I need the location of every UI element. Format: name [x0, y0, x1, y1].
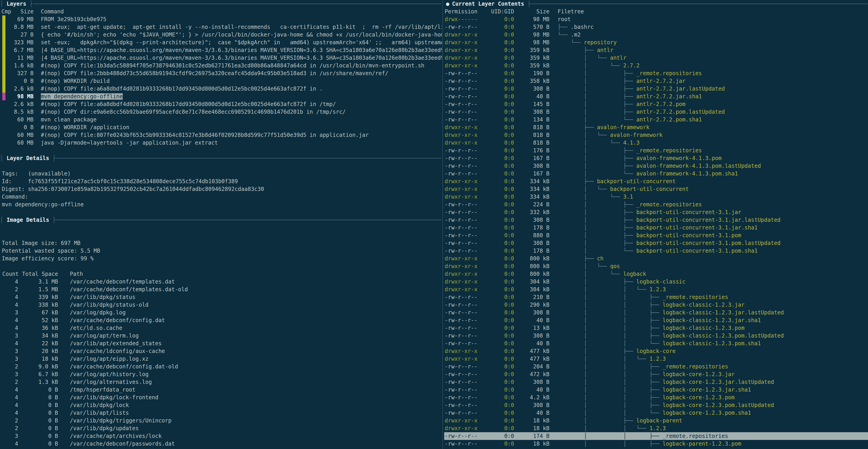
filetree-row[interactable]: drwxr-xr-x0:0359 kB │ └── antlr	[444, 54, 868, 62]
filetree-row[interactable]: drwx------0:098 MBroot	[444, 16, 868, 23]
file-size: 18 kB	[514, 440, 550, 448]
filetree-row[interactable]: -rw-r--r--0:0178 B │ └── backport-util-c…	[444, 247, 868, 255]
filetree-row[interactable]: drwxr-xr-x0:0818 B ├── avalon-framework	[444, 123, 868, 131]
filetree-row[interactable]: drwxr-xr-x0:0304 kB │ │ └── 1.2.3	[444, 286, 868, 293]
filetree-row[interactable]: -rw-r--r--0:0204 B │ │ ├── _remote.repos…	[444, 363, 868, 370]
wasted-path: /var/cache/debconf/passwords.dat	[58, 440, 442, 448]
layer-row[interactable]: 60 MB#(nop) COPY file:807fe0243bf653c5b9…	[0, 131, 442, 139]
filetree-row[interactable]: -rw-r--r--0:0308 B │ │ ├── logback-class…	[444, 332, 868, 339]
file-uid-gid: 0:0	[478, 116, 514, 123]
layer-row[interactable]: 1.6 kB#(nop) COPY file:1b3da5c58894f705e…	[0, 62, 442, 69]
file-permission: -rw-r--r--	[444, 116, 478, 123]
filetree-row[interactable]: -rw-r--r--0:0332 kB │ ├── backport-util-…	[444, 208, 868, 216]
tree-branch-glyphs: │ │ ├──	[558, 325, 662, 331]
filetree-row[interactable]: -rw-r--r--0:0570 B├── .bashrc	[444, 23, 868, 31]
filetree-row[interactable]: -rw-r--r--0:0308 B │ │ ├── logback-core-…	[444, 401, 868, 409]
filetree-row[interactable]: -rw-r--r--0:0167 B │ └── avalon-framewor…	[444, 170, 868, 178]
file-tree-cell: │ ├── _remote.repositories	[550, 69, 868, 77]
filetree-row[interactable]: drwxr-xr-x0:0359 kB │ └── 2.7.2	[444, 62, 868, 69]
file-name: antlr	[597, 47, 613, 53]
filetree-row[interactable]: -rw-r--r--0:0308 B │ │ ├── logback-class…	[444, 309, 868, 317]
layer-row[interactable]: 11 MB|4 BASE_URL=https://apache.osuosl.o…	[0, 54, 442, 62]
filetree-row[interactable]: -rw-r--r--0:040 B │ │ └── logback-core-1…	[444, 409, 868, 417]
border-tick: │	[0, 154, 7, 162]
filetree-row[interactable]: -rw-r--r--0:040 B │ ├── antlr-2.7.2.jar.…	[444, 93, 868, 100]
file-name: antlr-2.7.2.jar.sha1	[637, 93, 702, 100]
border-tick: ├	[26, 0, 33, 8]
layer-row[interactable]: 69 MBFROM 3e29b193cb0e975	[0, 16, 442, 23]
layer-row[interactable]: 0 B#(nop) WORKDIR /application	[0, 123, 442, 131]
filetree-row[interactable]: -rw-r--r--0:040 B │ │ ├── logback-core-1…	[444, 386, 868, 394]
wasted-path: /var/cache/debconf/templates.dat	[58, 278, 442, 286]
filetree-row[interactable]: -rw-r--r--0:0308 B │ ├── backport-util-c…	[444, 239, 868, 247]
filetree-row[interactable]: -rw-r--r--0:0308 B │ ├── antlr-2.7.2.pom…	[444, 108, 868, 116]
filetree-row[interactable]: drwxr-xr-x0:0800 kB ├── ch	[444, 255, 868, 262]
filetree-row[interactable]: -rw-r--r--0:04.2 kB │ │ ├── logback-core…	[444, 394, 868, 401]
filetree-row[interactable]: drwxr-xr-x0:0359 kB ├── antlr	[444, 46, 868, 54]
filetree-row[interactable]: drwxr-xr-x0:0477 kB │ │ └── 1.2.3	[444, 355, 868, 363]
file-uid-gid: 0:0	[478, 62, 514, 69]
filetree-row[interactable]: drwxr-xr-x0:0800 kB │ └── logback	[444, 270, 868, 278]
filetree-row[interactable]: -rw-r--r--0:0134 B │ └── antlr-2.7.2.pom…	[444, 116, 868, 123]
filetree-row[interactable]: drwxr-xr-x0:018 kB │ │ └── 1.2.3	[444, 424, 868, 432]
filetree-row[interactable]: -rw-r--r--0:0190 B │ ├── _remote.reposit…	[444, 69, 868, 77]
layer-row[interactable]: 327 B#(nop) COPY file:2bbb488dd73c55d658…	[0, 69, 442, 77]
filetree-row[interactable]: drwxr-xr-x0:0818 B │ └── avalon-framewor…	[444, 131, 868, 139]
layer-row[interactable]: 60 MBjava -Djarmode=layertools -jar appl…	[0, 139, 442, 147]
filetree-row[interactable]: drwxr-xr-x0:0800 kB │ └── qos	[444, 262, 868, 270]
layer-row[interactable]: 8.8 MBset -eux; apt-get update; apt-get …	[0, 23, 442, 31]
contents-panel-header: ●Current Layer Contents ├	[444, 0, 868, 8]
filetree-row[interactable]: -rw-r--r--0:0308 B │ ├── antlr-2.7.2.jar…	[444, 85, 868, 93]
filetree-row[interactable]: -rw-r--r--0:0290 kB │ │ ├── logback-clas…	[444, 301, 868, 309]
file-uid-gid: 0:0	[478, 278, 514, 286]
tree-branch-glyphs: │ └──	[558, 55, 610, 61]
layer-row[interactable]: 2.6 kB#(nop) COPY file:a6a8dbdf4d0281b93…	[0, 85, 442, 93]
filetree-row[interactable]: -rw-r--r--0:0472 kB │ │ ├── logback-core…	[444, 370, 868, 378]
filetree-row[interactable]: -rw-r--r--0:0224 B │ ├── _remote.reposit…	[444, 201, 868, 208]
layer-row[interactable]: 2.6 kB#(nop) COPY file:a6a8dbdf4d0281b93…	[0, 100, 442, 108]
filetree-row[interactable]: -rw-r--r--0:0358 kB │ ├── antlr-2.7.2.ja…	[444, 77, 868, 85]
wasted-total-space: 0 B	[18, 386, 58, 394]
layer-row[interactable]: 6.7 MB|4 BASE_URL=https://apache.osuosl.…	[0, 46, 442, 54]
filetree-row[interactable]: -rw-r--r--0:018 kB │ │ ├── logback-paren…	[444, 440, 868, 448]
filetree-row[interactable]: drwxr-xr-x0:0334 kB ├── backport-util-co…	[444, 178, 868, 185]
layer-row[interactable]: 0 B#(nop) WORKDIR /build	[0, 77, 442, 85]
layer-row[interactable]: 98 MBmvn dependency:go-offline	[0, 93, 442, 100]
filetree-row[interactable]: drwxr-xr-x0:0477 kB │ ├── logback-core	[444, 347, 868, 355]
layer-row[interactable]: 60 MBmvn clean package	[0, 116, 442, 123]
layer-command: |4 BASE_URL=https://apache.osuosl.org/ma…	[34, 46, 442, 54]
layer-detail-line: Command:	[0, 193, 442, 201]
layer-command-text: FROM 3e29b193cb0e975	[41, 16, 106, 23]
wasted-space-row: 318 kB/var/log/apt/eipp.log.xz	[0, 355, 442, 363]
filetree-row[interactable]: -rw-r--r--0:0308 B │ ├── avalon-framewor…	[444, 162, 868, 170]
layer-row[interactable]: 27 B{ echo '#/bin/sh'; echo 'echo "$JAVA…	[0, 31, 442, 38]
layer-row[interactable]: 323 MBset -eux; dpkgArch="$(dpkg --print…	[0, 38, 442, 46]
filetree-row[interactable]: -rw-r--r--0:0145 B │ ├── antlr-2.7.2.pom	[444, 100, 868, 108]
layer-size: 2.6 kB	[7, 100, 34, 108]
filetree-row[interactable]: -rw-r--r--0:0880 B │ ├── backport-util-c…	[444, 232, 868, 239]
filetree-row[interactable]: drwxr-xr-x0:0334 kB │ └── 3.1	[444, 193, 868, 201]
filetree-row[interactable]: drwxr-xr-x0:0334 kB │ └── backport-util-…	[444, 185, 868, 193]
layer-command-text: java -Djarmode=layertools -jar applicati…	[41, 140, 218, 146]
filetree-row[interactable]: -rw-r--r--0:0176 B │ ├── _remote.reposit…	[444, 147, 868, 154]
wasted-total-space: 34 kB	[18, 332, 58, 339]
wasted-space-row: 40 B/var/lib/dpkg/lock	[0, 401, 442, 409]
file-permission: drwxr-xr-x	[444, 54, 478, 62]
layer-row[interactable]: 8.5 kB#(nop) COPY dir:e9a6e8cc56b92bae69…	[0, 108, 442, 116]
filetree-row[interactable]: -rw-r--r--0:040 B │ │ └── logback-classi…	[444, 339, 868, 347]
filetree-row[interactable]: drwxr-xr-x0:0304 kB │ ├── logback-classi…	[444, 278, 868, 286]
file-uid-gid: 0:0	[478, 378, 514, 386]
filetree-row[interactable]: drwxr-xr-x0:098 MB└── .m2	[444, 31, 868, 38]
filetree-row[interactable]: -rw-r--r--0:0174 B │ │ ├── _remote.repos…	[444, 432, 868, 440]
filetree-row[interactable]: -rw-r--r--0:0308 B │ ├── backport-util-c…	[444, 216, 868, 224]
filetree-row[interactable]: drwxr-xr-x0:0818 B │ └── 4.1.3	[444, 139, 868, 147]
filetree-row[interactable]: drwxr-xr-x0:018 kB │ ├── logback-parent	[444, 417, 868, 424]
filetree-row[interactable]: -rw-r--r--0:0308 B │ │ ├── logback-core-…	[444, 378, 868, 386]
filetree-row[interactable]: -rw-r--r--0:0167 B │ ├── avalon-framewor…	[444, 154, 868, 162]
filetree-row[interactable]: -rw-r--r--0:0210 B │ │ ├── _remote.repos…	[444, 293, 868, 301]
tree-branch-glyphs: │ │ ├──	[558, 402, 662, 408]
filetree-row[interactable]: drwxr-xr-x0:098 MB └── repository	[444, 38, 868, 46]
filetree-row[interactable]: -rw-r--r--0:0178 B │ ├── backport-util-c…	[444, 224, 868, 232]
filetree-row[interactable]: -rw-r--r--0:013 kB │ │ ├── logback-class…	[444, 324, 868, 332]
filetree-row[interactable]: -rw-r--r--0:040 B │ │ ├── logback-classi…	[444, 317, 868, 324]
